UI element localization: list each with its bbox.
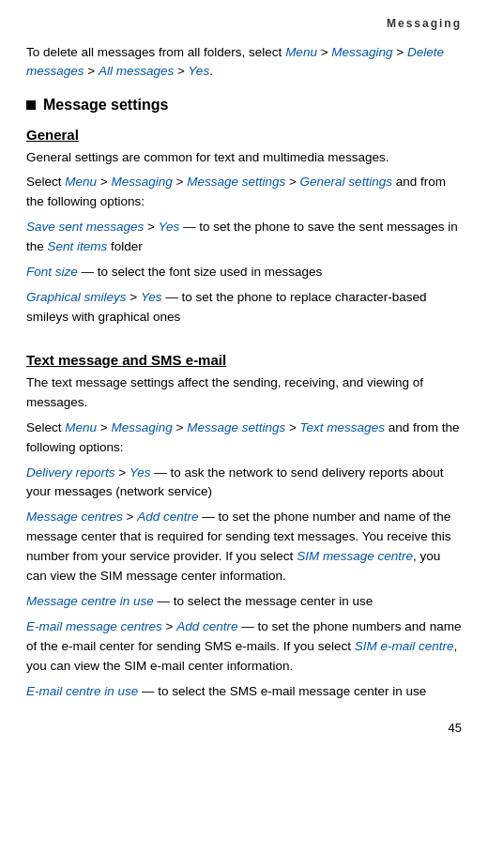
general-menu-link: Menu [65, 175, 97, 189]
message-settings-section: Message settings [26, 97, 462, 114]
emc-sep: > [162, 619, 176, 633]
tm-option-3: Message centre in use — to select the me… [26, 592, 462, 612]
graphical-smileys-link: Graphical smileys [26, 290, 127, 304]
tm-sep2: > [173, 420, 187, 434]
intro-text-after: . [209, 64, 213, 78]
intro-messaging-link: Messaging [331, 45, 392, 59]
gs-sep: > [127, 290, 141, 304]
page-number: 45 [26, 721, 462, 735]
general-messaging-link: Messaging [111, 175, 172, 189]
intro-sep4: > [174, 64, 188, 78]
general-sep2: > [173, 175, 187, 189]
general-select-before: Select [26, 175, 65, 189]
intro-sep1: > [317, 45, 331, 59]
sim-email-centre-link: SIM e-mail centre [355, 639, 454, 653]
mc-sep: > [123, 510, 137, 524]
font-size-rest: — to select the font size used in messag… [78, 265, 322, 279]
general-subsection-title: General [26, 127, 462, 143]
intro-yes-link: Yes [189, 64, 210, 78]
text-message-description: The text message settings affect the sen… [26, 373, 462, 413]
tm-text-messages-link: Text messages [300, 420, 385, 434]
save-end: folder [107, 239, 143, 253]
mciu-rest: — to select the message center in use [154, 594, 373, 608]
general-option-3: Graphical smileys > Yes — to set the pho… [26, 288, 462, 327]
sim-message-centre-link: SIM message centre [297, 549, 413, 563]
save-sent-link: Save sent messages [26, 220, 144, 234]
general-message-settings-link: Message settings [187, 175, 285, 189]
dr-sep: > [115, 465, 130, 480]
tm-option-5: E-mail centre in use — to select the SMS… [26, 682, 462, 702]
emc-add-centre-link: Add centre [176, 619, 237, 633]
tm-sep1: > [97, 420, 111, 434]
message-settings-title: Message settings [43, 97, 168, 114]
tm-sep3: > [285, 420, 299, 434]
general-sep1: > [97, 175, 111, 189]
intro-paragraph: To delete all messages from all folders,… [26, 43, 462, 82]
tm-menu-link: Menu [65, 420, 97, 434]
intro-text-before: To delete all messages from all folders,… [26, 45, 285, 59]
email-centre-in-use-link: E-mail centre in use [26, 684, 138, 698]
go-sep-1: > [144, 220, 158, 234]
sent-items-link: Sent items [48, 239, 108, 253]
intro-menu-link: Menu [285, 45, 317, 59]
font-size-link: Font size [26, 265, 78, 279]
message-centre-in-use-link: Message centre in use [26, 594, 154, 608]
eciu-rest: — to select the SMS e-mail message cente… [138, 684, 426, 698]
delivery-reports-link: Delivery reports [26, 465, 115, 480]
intro-all-link: All messages [99, 64, 174, 78]
add-centre-link: Add centre [137, 510, 198, 524]
general-option-1: Save sent messages > Yes — to set the ph… [26, 218, 462, 257]
text-message-title: Text message and SMS e-mail [26, 352, 226, 368]
section-title-icon [26, 100, 36, 110]
general-sep3: > [285, 175, 299, 189]
general-option-2: Font size — to select the font size used… [26, 263, 462, 282]
page-header: Messaging [26, 17, 462, 30]
tm-option-4: E-mail message centres > Add centre — to… [26, 617, 462, 677]
dr-yes-link: Yes [130, 465, 151, 480]
intro-sep3: > [84, 64, 99, 78]
tm-option-2: Message centres > Add centre — to set th… [26, 508, 462, 586]
text-message-select-text: Select Menu > Messaging > Message settin… [26, 419, 462, 458]
message-centres-link: Message centres [26, 510, 123, 524]
general-description: General settings are common for text and… [26, 148, 462, 168]
general-general-settings-link: General settings [300, 175, 392, 189]
save-yes-link: Yes [159, 220, 180, 234]
tm-messaging-link: Messaging [111, 420, 172, 434]
tm-message-settings-link: Message settings [187, 420, 285, 434]
tm-select-before: Select [26, 420, 65, 434]
text-message-subsection-title: Text message and SMS e-mail [26, 352, 462, 368]
general-select-text: Select Menu > Messaging > Message settin… [26, 173, 462, 212]
general-title: General [26, 127, 79, 143]
intro-sep2: > [393, 45, 407, 59]
header-title: Messaging [387, 17, 462, 30]
email-message-centres-link: E-mail message centres [26, 619, 162, 633]
tm-option-1: Delivery reports > Yes — to ask the netw… [26, 464, 462, 503]
gs-yes-link: Yes [141, 290, 162, 304]
